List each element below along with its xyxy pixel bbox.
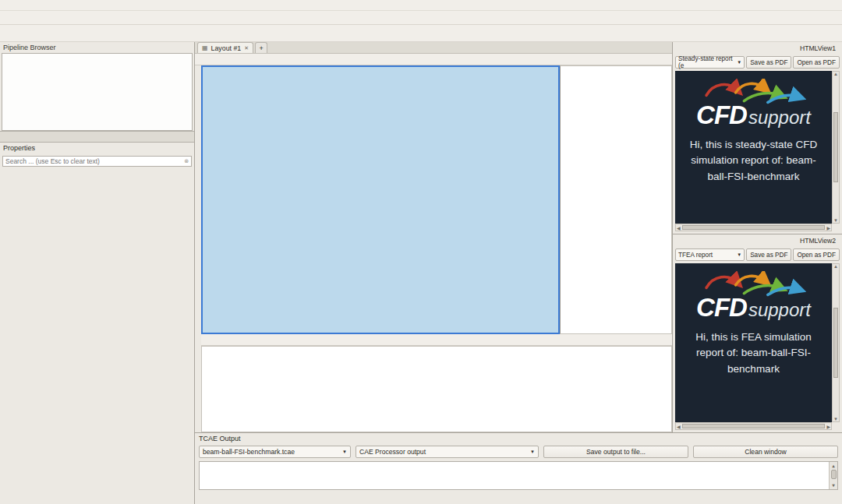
clean-window-button[interactable]: Clean window bbox=[693, 446, 838, 458]
properties-action-buttons bbox=[0, 153, 194, 154]
camera-toolbar bbox=[0, 25, 842, 42]
residuals-chart-view bbox=[560, 65, 672, 334]
output-file-value: beam-ball-FSI-benchmark.tcae bbox=[203, 448, 295, 456]
horizontal-scrollbar[interactable]: ◀▶ bbox=[675, 224, 832, 231]
report-type-select-2[interactable]: TFEA report▼ bbox=[675, 248, 745, 261]
report-content: CFD support Hi, this is steady-state CFD… bbox=[675, 71, 832, 224]
html-view-2-title: HTMLView2 bbox=[800, 237, 836, 245]
clear-search-icon[interactable]: ⊗ bbox=[184, 158, 189, 164]
save-output-button[interactable]: Save output to file... bbox=[543, 446, 688, 458]
horizontal-scrollbar[interactable]: ◀▶ bbox=[675, 422, 832, 430]
report-type-value: Steady-state report (e bbox=[678, 55, 737, 69]
report-type-select[interactable]: Steady-state report (e▼ bbox=[675, 56, 745, 69]
tcae-output-title: TCAE Output bbox=[199, 435, 241, 442]
properties-title: Properties bbox=[3, 144, 35, 152]
monitor-toolbar bbox=[201, 334, 672, 346]
pipeline-tree bbox=[2, 53, 193, 131]
open-as-pdf-button-2[interactable]: Open as PDF bbox=[793, 248, 840, 261]
output-stream-value: CAE Processor output bbox=[359, 448, 426, 456]
logo-support-text: support bbox=[748, 299, 811, 321]
open-as-pdf-button[interactable]: Open as PDF bbox=[793, 56, 840, 69]
search-input[interactable] bbox=[5, 157, 184, 165]
output-log[interactable]: ▲▼ bbox=[199, 461, 838, 490]
render-view[interactable] bbox=[201, 65, 560, 334]
output-stream-select[interactable]: CAE Processor output▼ bbox=[356, 446, 539, 458]
layout-icon: ▦ bbox=[202, 44, 208, 51]
properties-search: ⊗ bbox=[2, 156, 192, 167]
report-content-2: CFD support Hi, this is FEA simulation r… bbox=[675, 263, 832, 422]
tcae-output-panel: TCAE Output beam-ball-FSI-benchmark.tcae… bbox=[195, 432, 842, 504]
report-text-2: Hi, this is FEA simulation report of: be… bbox=[681, 330, 826, 377]
report-type-value-2: TFEA report bbox=[678, 252, 713, 259]
layout-tab-bar: ▦ Layout #1 ✕ + bbox=[195, 42, 672, 54]
save-as-pdf-button-2[interactable]: Save as PDF bbox=[746, 248, 791, 261]
report-text: Hi, this is steady-state CFD simulation … bbox=[681, 137, 826, 185]
left-panel: Pipeline Browser Properties ⊗ bbox=[0, 42, 195, 504]
properties-rows bbox=[0, 168, 194, 504]
layout-tab-label: Layout #1 bbox=[211, 44, 242, 52]
panel-tabs bbox=[0, 131, 194, 143]
vertical-scrollbar[interactable]: ▲▼ bbox=[832, 71, 840, 224]
html-view-1: HTMLView1 Steady-state report (e▼ Save a… bbox=[673, 42, 842, 234]
save-as-pdf-button[interactable]: Save as PDF bbox=[746, 56, 791, 69]
logo-support-text: support bbox=[748, 107, 811, 129]
menu-bar bbox=[0, 0, 842, 11]
logo-cfd-text: CFD bbox=[696, 100, 747, 130]
right-panel: HTMLView1 Steady-state report (e▼ Save a… bbox=[672, 42, 842, 432]
layout-tab[interactable]: ▦ Layout #1 ✕ bbox=[197, 42, 253, 53]
main-toolbar bbox=[0, 11, 842, 25]
html-view-2: HTMLView2 TFEA report▼ Save as PDF Open … bbox=[673, 234, 842, 432]
logo-cfd-text: CFD bbox=[696, 293, 747, 322]
monitor-chart-view bbox=[201, 346, 672, 432]
pipeline-browser-title: Pipeline Browser bbox=[3, 44, 56, 51]
add-layout-tab[interactable]: + bbox=[255, 42, 267, 53]
cfd-support-logo: CFD support bbox=[696, 79, 811, 130]
close-layout-icon[interactable]: ✕ bbox=[244, 45, 249, 51]
html-view-1-title: HTMLView1 bbox=[800, 44, 836, 52]
vertical-scrollbar[interactable]: ▲▼ bbox=[832, 263, 840, 422]
tcae-paraview-window: { "menu": {"items": ["File","Edit","View… bbox=[0, 0, 842, 504]
output-file-select[interactable]: beam-ball-FSI-benchmark.tcae▼ bbox=[199, 446, 351, 458]
log-scrollbar[interactable]: ▲▼ bbox=[829, 462, 837, 489]
cfd-support-logo-2: CFD support bbox=[696, 271, 811, 322]
view-toolbar bbox=[195, 54, 672, 65]
output-tabs bbox=[195, 492, 842, 504]
